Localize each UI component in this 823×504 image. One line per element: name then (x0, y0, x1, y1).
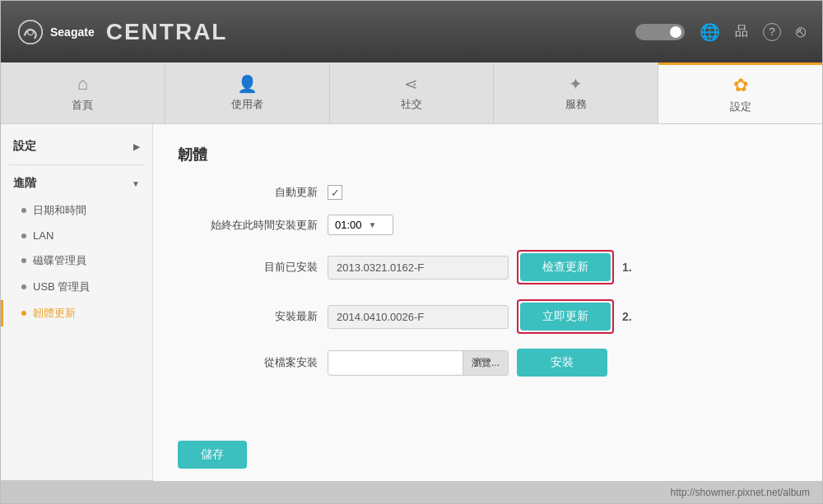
from-file-control: 瀏覽... 安裝 (328, 349, 607, 377)
settings-arrow-icon: ▶ (133, 142, 140, 151)
update-now-button[interactable]: 立即更新 (520, 303, 611, 331)
dot-icon (21, 258, 26, 263)
browse-button[interactable]: 瀏覽... (463, 351, 508, 375)
install-time-label: 始終在此時間安裝更新 (178, 218, 318, 233)
footer: http://showmer.pixnet.net/album (1, 480, 822, 504)
tab-services-label: 服務 (565, 97, 587, 112)
sidebar-item-datetime[interactable]: 日期和時間 (1, 197, 152, 224)
tab-home-label: 首頁 (72, 98, 93, 113)
current-version-row: 目前已安裝 檢查更新 1. (178, 250, 797, 284)
tab-home[interactable]: ⌂ 首頁 (1, 62, 165, 123)
tab-users-label: 使用者 (231, 97, 263, 112)
save-section: 儲存 (153, 428, 822, 481)
sidebar-item-firmware[interactable]: 韌體更新 (1, 300, 152, 326)
install-time-control: 01:00 ▼ (328, 215, 393, 235)
social-icon: ⋖ (404, 74, 418, 94)
check-update-highlight: 檢查更新 (517, 250, 614, 284)
step1-label: 1. (622, 261, 632, 274)
globe-icon[interactable]: 🌐 (700, 22, 720, 42)
sidebar-item-usbmanager[interactable]: USB 管理員 (1, 274, 152, 300)
dot-icon (21, 284, 26, 289)
tab-users[interactable]: 👤 使用者 (165, 62, 330, 123)
main-content: 設定 ▶ 進階 ▼ 日期和時間 LAN 磁碟管理員 USB 管 (1, 124, 822, 480)
sidebar-datetime-label: 日期和時間 (33, 203, 86, 218)
latest-version-input (328, 305, 509, 329)
current-version-label: 目前已安裝 (178, 260, 318, 275)
home-icon: ⌂ (77, 73, 88, 95)
toggle-switch[interactable] (635, 24, 685, 40)
settings-icon: ✿ (733, 75, 748, 96)
select-arrow-icon: ▼ (369, 220, 377, 229)
sidebar-settings-label: 設定 (13, 139, 36, 154)
auto-update-row: 自動更新 (178, 185, 797, 200)
from-file-label: 從檔案安裝 (178, 355, 318, 370)
sidebar-item-advanced[interactable]: 進階 ▼ (1, 169, 152, 197)
current-version-control: 檢查更新 1. (328, 250, 632, 284)
nav-tabs: ⌂ 首頁 👤 使用者 ⋖ 社交 ✦ 服務 ✿ 設定 (1, 62, 822, 124)
network-icon[interactable]: 品 (735, 23, 748, 40)
save-button[interactable]: 儲存 (178, 441, 247, 469)
dot-icon (21, 234, 26, 238)
update-now-highlight: 立即更新 (517, 299, 614, 334)
logo: Seagate CENTRAL (17, 19, 227, 45)
sidebar-firmware-label: 韌體更新 (33, 306, 76, 321)
help-icon[interactable]: ? (763, 23, 781, 41)
advanced-arrow-icon: ▼ (132, 179, 140, 188)
services-icon: ✦ (569, 74, 583, 94)
auto-update-checkbox[interactable] (328, 185, 342, 200)
seagate-label: Seagate (50, 25, 95, 39)
latest-version-row: 安裝最新 立即更新 2. (178, 299, 797, 334)
sidebar-usbmanager-label: USB 管理員 (33, 280, 90, 294)
install-time-value: 01:00 (335, 219, 362, 231)
tab-services[interactable]: ✦ 服務 (494, 62, 658, 123)
sidebar-diskmanager-label: 磁碟管理員 (33, 253, 86, 268)
page-title: 韌體 (178, 145, 797, 164)
sidebar-item-settings[interactable]: 設定 ▶ (1, 132, 152, 160)
latest-version-control: 立即更新 2. (328, 299, 632, 334)
tab-social-label: 社交 (401, 97, 422, 112)
sidebar-lan-label: LAN (33, 229, 53, 242)
dot-icon (21, 208, 26, 213)
install-button[interactable]: 安裝 (517, 349, 607, 377)
latest-version-label: 安裝最新 (178, 309, 318, 324)
file-path-input[interactable] (328, 352, 463, 373)
header: Seagate CENTRAL 🌐 品 ? ⎋ (1, 1, 822, 62)
install-time-select[interactable]: 01:00 ▼ (328, 215, 393, 235)
sidebar-divider-1 (9, 164, 144, 165)
install-time-row: 始終在此時間安裝更新 01:00 ▼ (178, 215, 797, 235)
current-version-input (328, 256, 509, 280)
auto-update-control (328, 185, 342, 200)
seagate-logo-icon (17, 19, 44, 45)
from-file-row: 從檔案安裝 瀏覽... 安裝 (178, 349, 797, 377)
check-update-button[interactable]: 檢查更新 (520, 253, 611, 281)
sidebar-advanced-label: 進階 (13, 176, 36, 191)
sidebar-item-lan[interactable]: LAN (1, 224, 152, 247)
sidebar: 設定 ▶ 進階 ▼ 日期和時間 LAN 磁碟管理員 USB 管 (1, 124, 153, 480)
content-panel: 韌體 自動更新 始終在此時間安裝更新 01:00 ▼ (153, 124, 822, 412)
footer-url: http://showmer.pixnet.net/album (671, 487, 810, 498)
dot-active-icon (21, 311, 26, 316)
step2-label: 2. (622, 310, 632, 323)
users-icon: 👤 (237, 74, 258, 94)
svg-point-0 (19, 20, 42, 43)
auto-update-label: 自動更新 (178, 185, 318, 200)
sidebar-item-diskmanager[interactable]: 磁碟管理員 (1, 247, 152, 274)
central-label: CENTRAL (106, 19, 228, 45)
logout-icon[interactable]: ⎋ (796, 22, 806, 41)
tab-social[interactable]: ⋖ 社交 (330, 62, 495, 123)
file-input-group: 瀏覽... (328, 350, 509, 376)
tab-settings[interactable]: ✿ 設定 (658, 62, 822, 123)
header-actions: 🌐 品 ? ⎋ (635, 22, 806, 42)
tab-settings-label: 設定 (730, 99, 751, 114)
